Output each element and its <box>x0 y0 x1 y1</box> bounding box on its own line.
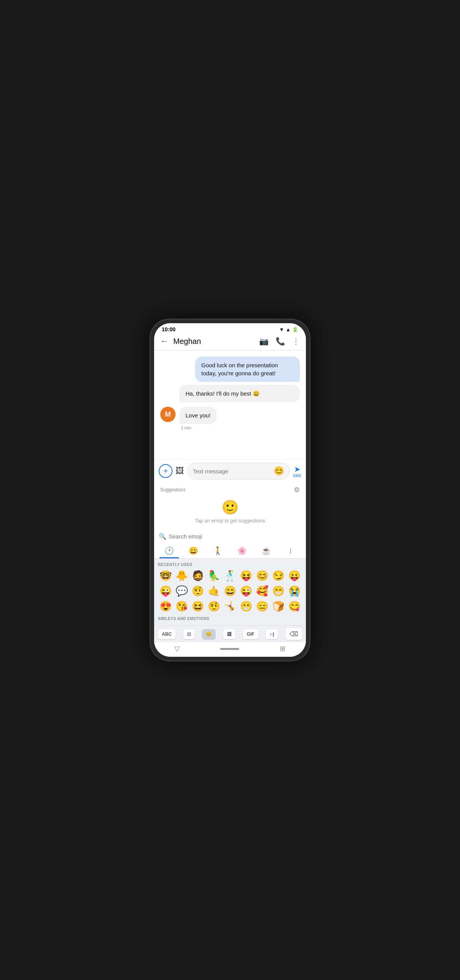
sticker-icon: 🖼 <box>227 632 232 637</box>
recently-used-label: RECENTLY USED <box>158 563 302 567</box>
text-input-wrapper: 😊 <box>187 463 290 479</box>
emoji-button[interactable]: 😊 <box>274 466 284 476</box>
video-call-icon[interactable]: 📷 <box>259 337 269 346</box>
keyboard-abc-button[interactable]: ABC <box>158 629 176 639</box>
suggestions-settings-icon[interactable]: ⚙ <box>294 486 300 494</box>
emoji-search-input[interactable] <box>169 533 301 540</box>
emoji-item[interactable]: 😁 <box>238 599 254 614</box>
emoticon-label: :-) <box>269 632 274 637</box>
emoji-grid-recently-used: 🤓 🐥 🧔 🦜 🕺 😝 😊 😏 😛 😜 💬 🤨 🤙 😄 😜 🥰 <box>158 568 302 614</box>
status-bar: 10:00 ▼ ▲ 🔋 <box>154 323 306 334</box>
message-text: Good luck on the presentation today, you… <box>201 362 278 376</box>
signal-icon: ▲ <box>286 327 291 332</box>
tab-nature[interactable]: 🌸 <box>230 543 254 558</box>
search-icon: 🔍 <box>159 533 166 540</box>
keyboard-backspace-button[interactable]: ⌫ <box>286 628 302 640</box>
emoji-item[interactable]: 🧔 <box>190 568 205 583</box>
more-options-icon[interactable]: ⋮ <box>292 337 300 346</box>
message-bubble: Ha, thanks! I'll do my best 😀 <box>179 385 300 402</box>
tab-smileys[interactable]: 😀 <box>181 543 205 558</box>
emoji-item[interactable]: 🤨 <box>206 599 222 614</box>
abc-label: ABC <box>162 632 172 637</box>
emoji-item[interactable]: 😁 <box>271 584 286 598</box>
message-bubble-received-no-avatar: Ha, thanks! I'll do my best 😀 <box>179 385 300 402</box>
emoji-item[interactable]: 🤸 <box>222 599 238 614</box>
wifi-icon: ▼ <box>279 327 284 332</box>
message-text: Ha, thanks! I'll do my best 😀 <box>186 390 260 397</box>
add-button[interactable]: + <box>159 464 172 478</box>
text-message-input[interactable] <box>193 468 271 474</box>
emoji-item[interactable]: 😑 <box>255 599 270 614</box>
tab-more[interactable]: | <box>279 543 303 558</box>
avatar-letter: M <box>165 411 171 419</box>
keyboard-sticker-button[interactable]: 🖼 <box>223 629 235 639</box>
emoji-keyboard-icon: 😊 <box>206 632 212 637</box>
contact-name: Meghan <box>173 337 259 346</box>
emoji-keyboard: 🔍 🕐 😀 🚶 🌸 ☕ | RECENTLY USED 🤓 🐥 🧔 <box>154 530 306 642</box>
gif-label: GIF <box>247 632 255 637</box>
emoji-item[interactable]: 😏 <box>271 568 286 583</box>
message-text: Love you! <box>186 412 210 419</box>
emoji-item[interactable]: 😄 <box>222 584 238 598</box>
emoji-category-tabs: 🕐 😀 🚶 🌸 ☕ | <box>154 543 306 559</box>
nav-actions: 📷 📞 ⋮ <box>259 337 300 346</box>
back-button[interactable]: ← <box>160 336 169 346</box>
message-bubble: Love you! <box>179 407 217 424</box>
battery-icon: 🔋 <box>292 327 298 332</box>
send-icon: ➤ <box>294 465 301 474</box>
keyboard-emoticon-button[interactable]: :-) <box>266 629 278 639</box>
emoji-item[interactable]: 😭 <box>287 584 302 598</box>
suggestions-header: Suggestions ⚙ <box>160 486 300 494</box>
suggestions-area: Suggestions ⚙ 🙂 Tap an emoji to get sugg… <box>154 483 306 530</box>
clipboard-icon: ⊡ <box>187 632 191 637</box>
emoji-item[interactable]: 😜 <box>158 584 173 598</box>
tab-recent[interactable]: 🕐 <box>157 543 181 558</box>
keyboard-gif-button[interactable]: GIF <box>243 629 258 639</box>
emoji-item[interactable]: 🐥 <box>174 568 189 583</box>
emoji-item[interactable]: 😝 <box>238 568 254 583</box>
suggestions-label: Suggestions <box>160 487 186 492</box>
emoji-search-bar: 🔍 <box>154 530 306 543</box>
tab-people[interactable]: 🚶 <box>206 543 230 558</box>
emoji-item[interactable]: 🦜 <box>206 568 222 583</box>
emoji-item[interactable]: 😆 <box>190 599 205 614</box>
emoji-item[interactable]: 🤓 <box>158 568 173 583</box>
emoji-item[interactable]: 😜 <box>238 584 254 598</box>
emoji-item[interactable]: 😛 <box>287 568 302 583</box>
emoji-item[interactable]: 🤙 <box>206 584 222 598</box>
navbar-home-indicator[interactable] <box>220 648 239 650</box>
phone-call-icon[interactable]: 📞 <box>276 337 285 346</box>
emoji-item[interactable]: 🍞 <box>271 599 286 614</box>
chat-area: Good luck on the presentation today, you… <box>154 350 306 459</box>
suggestions-smile-icon: 🙂 <box>222 499 239 515</box>
emoji-item[interactable]: 😘 <box>174 599 189 614</box>
message-bubble-sent: Good luck on the presentation today, you… <box>195 357 300 382</box>
send-label: SMS <box>293 474 301 478</box>
top-nav: ← Meghan 📷 📞 ⋮ <box>154 334 306 350</box>
status-time: 10:00 <box>162 326 176 332</box>
attach-button[interactable]: 🖼 <box>176 466 184 476</box>
keyboard-emoji-button[interactable]: 😊 <box>202 629 215 639</box>
suggestions-content: 🙂 Tap an emoji to get suggestions <box>160 496 300 527</box>
emoji-item[interactable]: 🤨 <box>190 584 205 598</box>
status-icons: ▼ ▲ 🔋 <box>279 327 298 332</box>
navbar-back-icon[interactable]: ▽ <box>174 645 180 653</box>
keyboard-clipboard-button[interactable]: ⊡ <box>183 629 195 639</box>
emoji-item[interactable]: 🕺 <box>222 568 238 583</box>
smileys-label: SMILEYS AND EMOTIONS <box>158 617 302 621</box>
phone-shell: 10:00 ▼ ▲ 🔋 ← Meghan 📷 📞 ⋮ Good luck on … <box>150 319 310 661</box>
tab-food[interactable]: ☕ <box>254 543 278 558</box>
bubble-content: Love you! 2 min <box>179 407 217 430</box>
emoji-item[interactable]: 🥰 <box>255 584 270 598</box>
emoji-item[interactable]: 💬 <box>174 584 189 598</box>
emoji-item[interactable]: 😍 <box>158 599 173 614</box>
emoji-item[interactable]: 😋 <box>287 599 302 614</box>
navbar-recents-icon[interactable]: ⊞ <box>280 645 286 653</box>
send-button[interactable]: ➤ SMS <box>293 465 301 478</box>
backspace-icon: ⌫ <box>289 631 298 637</box>
suggestions-hint: Tap an emoji to get suggestions <box>195 518 265 524</box>
input-area: + 🖼 😊 ➤ SMS <box>154 459 306 483</box>
message-time: 2 min <box>179 425 217 430</box>
emoji-item[interactable]: 😊 <box>255 568 270 583</box>
keyboard-bottom-bar: ABC ⊡ 😊 🖼 GIF :-) ⌫ <box>154 625 306 642</box>
